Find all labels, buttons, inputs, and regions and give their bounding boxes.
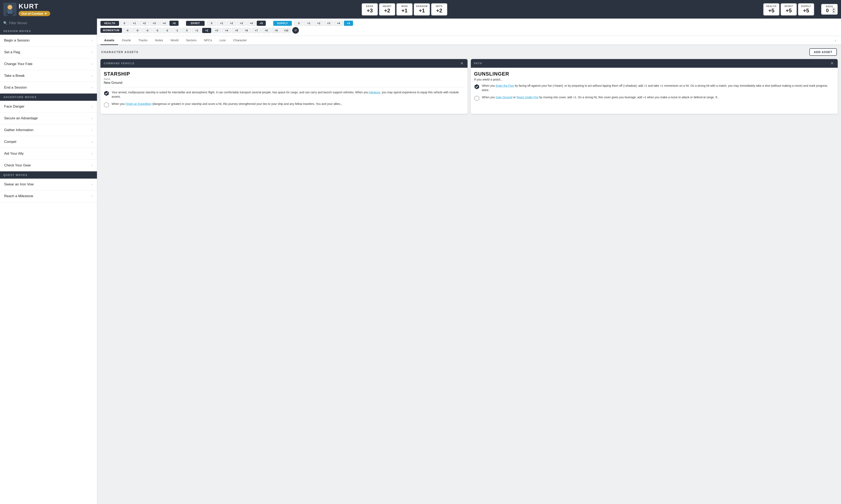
move-item[interactable]: Change Your Fate› xyxy=(0,58,97,70)
asset-subname-label: Name xyxy=(104,78,464,80)
momentum-btn-m3[interactable]: -3 xyxy=(153,28,161,33)
move-name: Take a Break xyxy=(4,74,24,78)
asset-type: COMMAND VEHICLE xyxy=(104,62,135,65)
health-btn-p2[interactable]: +2 xyxy=(140,21,149,26)
momentum-btn-0[interactable]: 0 xyxy=(182,28,191,33)
search-icon: 🔍 xyxy=(3,21,7,25)
tab-world[interactable]: World xyxy=(167,36,182,45)
svg-marker-6 xyxy=(104,91,109,96)
supply-btn-p1[interactable]: +1 xyxy=(304,21,313,26)
supply-btn-p4[interactable]: +4 xyxy=(334,21,343,26)
stat-box-edge: EDGE+3 xyxy=(362,3,378,16)
adds-down-button[interactable]: ▼ xyxy=(832,11,836,14)
tab-assets[interactable]: Assets xyxy=(100,36,118,45)
momentum-btn-p10[interactable]: +10 xyxy=(281,28,291,33)
move-arrow-icon: › xyxy=(92,39,93,42)
momentum-reset-button[interactable]: ↺ xyxy=(292,27,299,34)
asset-ability: When you Finish an Expedition (dangerous… xyxy=(104,102,464,108)
move-item[interactable]: Swear an Iron Vow› xyxy=(0,179,97,191)
ability-icon xyxy=(104,102,109,108)
svg-point-3 xyxy=(8,5,12,9)
asset-close-button[interactable]: ✕ xyxy=(830,61,835,66)
tab-character[interactable]: Character xyxy=(229,36,251,45)
move-item[interactable]: End a Session› xyxy=(0,82,97,93)
momentum-btn-m1[interactable]: -1 xyxy=(172,28,182,33)
tab-oracle[interactable]: Oracle xyxy=(118,36,135,45)
momentum-btn-p2[interactable]: +2 xyxy=(202,28,211,33)
health-btn-0[interactable]: 0 xyxy=(120,21,129,26)
tabs-scroll-right-button[interactable]: › xyxy=(833,37,838,44)
asset-close-button[interactable]: ✕ xyxy=(460,61,464,66)
move-arrow-icon: › xyxy=(92,152,93,156)
move-item[interactable]: Set a Flag› xyxy=(0,47,97,58)
move-name: Compel xyxy=(4,140,16,144)
tab-lore[interactable]: Lore xyxy=(216,36,229,45)
move-item[interactable]: Aid Your Ally› xyxy=(0,148,97,160)
section-header: QUEST MOVES xyxy=(0,172,97,179)
momentum-btn-p4[interactable]: +4 xyxy=(222,28,231,33)
condition-value: +5 xyxy=(800,7,812,14)
ability-link[interactable]: Enter the Fray xyxy=(496,84,514,87)
tab-notes[interactable]: Notes xyxy=(151,36,167,45)
momentum-btn-m6[interactable]: -6 xyxy=(123,28,132,33)
move-item[interactable]: Gather Information› xyxy=(0,124,97,136)
conditions-group: HEALTH+5SPIRIT+5SUPPLY+5 xyxy=(763,3,814,16)
asset-card: PATH ✕ GUNSLINGERIf you wield a pistol..… xyxy=(471,59,838,114)
momentum-btn-p8[interactable]: +8 xyxy=(262,28,271,33)
move-item[interactable]: Reach a Milestone› xyxy=(0,191,97,202)
add-asset-button[interactable]: ADD ASSET xyxy=(809,48,837,56)
health-btn-p3[interactable]: +3 xyxy=(150,21,159,26)
adds-up-button[interactable]: ▲ xyxy=(832,7,836,11)
spirit-btn-p5[interactable]: +5 xyxy=(257,21,266,26)
spirit-btn-p2[interactable]: +2 xyxy=(227,21,236,26)
move-arrow-icon: › xyxy=(92,86,93,89)
momentum-btn-p5[interactable]: +5 xyxy=(232,28,241,33)
momentum-btn-m5[interactable]: -5 xyxy=(133,28,142,33)
ability-link[interactable]: Finish an Expedition xyxy=(125,102,152,106)
supply-btn-0[interactable]: 0 xyxy=(294,21,304,26)
tab-tracks[interactable]: Tracks xyxy=(135,36,151,45)
move-item[interactable]: Face Danger› xyxy=(0,101,97,112)
tab-sectors[interactable]: Sectors xyxy=(182,36,200,45)
spirit-btn-p1[interactable]: +1 xyxy=(217,21,226,26)
momentum-btn-m4[interactable]: -4 xyxy=(143,28,152,33)
momentum-btn-p3[interactable]: +3 xyxy=(212,28,221,33)
asset-ability: When you Gain Ground or React Under Fire… xyxy=(474,95,835,101)
ability-link[interactable]: Advance xyxy=(369,91,380,94)
move-name: Aid Your Ally xyxy=(4,151,24,156)
spirit-btn-0[interactable]: 0 xyxy=(207,21,216,26)
momentum-btn-p6[interactable]: +6 xyxy=(242,28,251,33)
supply-btn-p2[interactable]: +2 xyxy=(314,21,323,26)
health-btn-p4[interactable]: +4 xyxy=(159,21,169,26)
character-name: KURT xyxy=(19,2,50,10)
ability-link[interactable]: Gain Ground xyxy=(496,95,512,99)
move-name: Set a Flag xyxy=(4,50,20,54)
search-input[interactable] xyxy=(9,21,93,25)
asset-subname: New Ground xyxy=(104,81,464,87)
stat-box-shadow: SHADOW+1 xyxy=(414,3,430,16)
move-item[interactable]: Take a Break› xyxy=(0,70,97,82)
move-item[interactable]: Check Your Gear› xyxy=(0,160,97,172)
asset-ability: Your armed, multipurpose starship is sui… xyxy=(104,90,464,99)
health-btn-p5[interactable]: +5 xyxy=(170,21,178,26)
asset-ability: When you Enter the Fray by facing off ag… xyxy=(474,84,835,92)
momentum-btn-p9[interactable]: +9 xyxy=(272,28,281,33)
momentum-btn-p1[interactable]: +1 xyxy=(192,28,201,33)
move-name: End a Session xyxy=(4,86,27,90)
move-item[interactable]: Begin a Session› xyxy=(0,35,97,47)
ability-text: When you Gain Ground or React Under Fire… xyxy=(482,95,719,101)
spirit-btn-p3[interactable]: +3 xyxy=(237,21,246,26)
assets-header: CHARACTER ASSETS ADD ASSET xyxy=(100,48,838,56)
condition-value: +5 xyxy=(783,7,795,14)
supply-btn-p5[interactable]: +5 xyxy=(344,21,353,26)
move-item[interactable]: Compel› xyxy=(0,136,97,148)
status-badge[interactable]: Out of Combat ▼ xyxy=(19,11,50,16)
spirit-btn-p4[interactable]: +4 xyxy=(247,21,256,26)
move-item[interactable]: Secure an Advantage› xyxy=(0,112,97,124)
ability-link[interactable]: React Under Fire xyxy=(516,95,538,99)
health-btn-p1[interactable]: +1 xyxy=(130,21,139,26)
momentum-btn-m2[interactable]: -2 xyxy=(162,28,172,33)
momentum-btn-p7[interactable]: +7 xyxy=(252,28,261,33)
tab-npcs[interactable]: NPCs xyxy=(200,36,216,45)
supply-btn-p3[interactable]: +3 xyxy=(324,21,333,26)
